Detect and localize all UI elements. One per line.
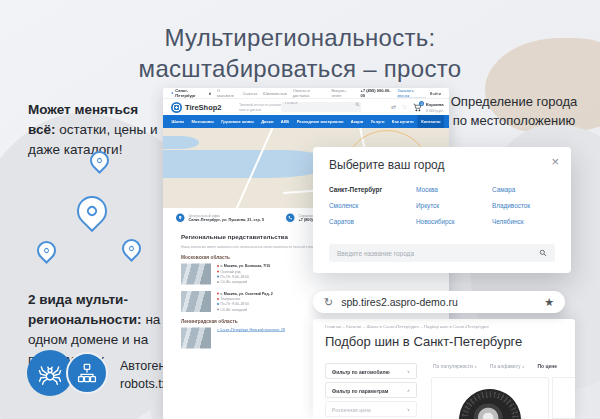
phone-icon	[286, 213, 295, 222]
note-geolocation: Определение города по местоположению	[436, 92, 592, 130]
city-search-input[interactable]	[329, 244, 555, 262]
city-option[interactable]: Смоленск	[329, 202, 416, 209]
note-variants-bold: 2 вида мульти-региональности:	[28, 292, 142, 327]
site-search-input[interactable]: Поиск	[281, 102, 361, 112]
cart-icon[interactable]: 0	[413, 103, 422, 112]
site-tagline: Типовой интернет-магазин шин и дисков	[239, 102, 281, 113]
sort-price[interactable]: По цене	[537, 363, 557, 369]
page-title: Мультирегиональность: масштабироваться –…	[0, 22, 600, 84]
clock-icon	[217, 303, 219, 305]
map-water	[163, 150, 331, 178]
search-icon[interactable]	[539, 249, 547, 257]
nav-item[interactable]: Расходные материалы	[293, 115, 347, 128]
site-logo-text: TireShop2	[185, 103, 222, 112]
note-geolocation-line1: Определение города	[436, 92, 592, 111]
filter-price-section[interactable]: Розничная цена∨	[325, 401, 417, 417]
calendar-icon	[217, 308, 219, 310]
catalog-panel: Главная – Каталог – Шины в Санкт-Петербу…	[313, 319, 575, 419]
cart-sum: 0 000 руб.	[426, 107, 448, 113]
reload-icon[interactable]: ↻	[324, 297, 333, 308]
page-title-line1: Мультирегиональность:	[0, 22, 600, 53]
cart-labels[interactable]: Корзина 0 000 руб.	[426, 102, 448, 114]
city-list: Санкт-Петербург Москва Самара Смоленск И…	[329, 186, 572, 225]
contact-office: Центральный офис Санкт-Петербург, ул. Пу…	[176, 213, 264, 223]
callback-link[interactable]: Заказать звонок	[397, 88, 425, 98]
breadcrumb[interactable]: Главная – Каталог – Шины в Санкт-Петербу…	[325, 324, 555, 331]
site-header: TireShop2 Типовой интернет-магазин шин и…	[163, 99, 449, 115]
cart-label: Корзина	[426, 102, 448, 108]
topbar-link[interactable]: Вопрос-ответ	[331, 89, 355, 98]
compare-icon[interactable]: ⇄	[391, 103, 396, 111]
city-option[interactable]: Иркутск	[416, 202, 492, 209]
sort-alphabet[interactable]: По алфавиту ∧	[490, 363, 525, 369]
filter-by-params-button[interactable]: Фильтр по параметрам∧	[325, 382, 417, 398]
city-option[interactable]: Саратов	[329, 218, 416, 225]
office-address: г. Москва, ул. Большая, 7/10	[217, 264, 270, 269]
city-option[interactable]: Самара	[492, 186, 572, 193]
office-address-link[interactable]: г. Санкт-Петербург, Невский проспект, 28	[217, 328, 285, 333]
note-geolocation-line2: по местоположению	[436, 111, 592, 130]
chevron-down-icon: ∨	[208, 91, 211, 96]
chevron-up-icon: ∧	[474, 365, 477, 369]
nav-item[interactable]: Акции	[347, 115, 367, 128]
sitemap-badge	[66, 352, 108, 394]
office-weekend: Сб–Вс: выходной	[217, 279, 270, 284]
contact-value: Санкт-Петербург, ул. Пушкина, 21, стр. 5	[189, 217, 265, 222]
page-title-line2: масштабироваться – просто	[0, 53, 600, 84]
topbar-link[interactable]: Оплата и доставка	[293, 89, 326, 98]
city-option[interactable]: Москва	[416, 186, 492, 193]
chevron-up-icon: ∧	[522, 365, 525, 369]
sort-bar: По популярности ∧ По алфавиту ∧ По цене	[433, 363, 573, 371]
login-link[interactable]: Войти	[430, 91, 441, 96]
map-water	[163, 136, 199, 149]
sort-popularity[interactable]: По популярности ∧	[433, 363, 477, 369]
office-photo	[181, 291, 211, 312]
slide: Мультирегиональность: масштабироваться –…	[0, 0, 600, 419]
nav-item[interactable]: Диски	[258, 115, 277, 128]
nav-item-active[interactable]: Контакты	[418, 115, 444, 128]
bookmark-star-icon[interactable]: ★	[544, 297, 554, 308]
close-icon[interactable]: ×	[551, 154, 559, 169]
catalog-heading: Подбор шин в Санкт-Петербурге	[325, 334, 522, 349]
chevron-up-icon: ∧	[407, 388, 410, 393]
favorites-icon[interactable]: ♡	[402, 103, 407, 111]
filter-by-car-button[interactable]: Фильтр по автомобилю∨	[325, 363, 417, 379]
topbar-link[interactable]: О магазине	[217, 89, 237, 98]
browser-address-bar[interactable]: ↻ spb.tires2.aspro-demo.ru ★	[313, 291, 565, 313]
chevron-down-icon: ∨	[407, 369, 410, 374]
topbar-link[interactable]: Шиномонтаж	[263, 91, 287, 96]
city-option-selected[interactable]: Санкт-Петербург	[329, 186, 416, 193]
chevron-down-icon: ∨	[407, 407, 410, 412]
nav-item[interactable]: Грузовые шины	[218, 115, 258, 128]
location-pin-icon	[176, 213, 185, 222]
url-text[interactable]: spb.tires2.aspro-demo.ru	[341, 296, 458, 308]
topbar-phone: +7 (495) 000-00-00	[361, 89, 393, 98]
topbar-link[interactable]: Салоны	[243, 91, 258, 96]
site-topbar: Санкт-Петербург ∨ О магазине Салоны Шино…	[163, 88, 449, 99]
city-option[interactable]: Владивосток	[492, 202, 572, 209]
site-tagline-line2: шин и дисков	[239, 107, 281, 112]
city-option[interactable]: Новосибирск	[416, 218, 492, 225]
nav-item[interactable]: Услуги	[367, 115, 388, 128]
sitemap-icon	[76, 362, 98, 384]
office-photo	[181, 264, 211, 285]
nav-item[interactable]: Как купить	[388, 115, 417, 128]
location-pin-icon	[171, 92, 174, 95]
metro-icon	[217, 298, 219, 300]
spider-icon	[37, 360, 63, 386]
nav-item[interactable]: Шины	[168, 115, 188, 128]
office-address: г. Москва, ул. Охотный Ряд, 2	[217, 291, 273, 296]
city-selector-label: Санкт-Петербург	[175, 89, 206, 98]
marker-icon	[217, 265, 219, 267]
city-option[interactable]: Челябинск	[492, 218, 572, 225]
site-search-placeholder: Поиск	[281, 102, 321, 107]
product-card-partial[interactable]	[552, 377, 575, 419]
calendar-icon	[217, 281, 219, 283]
nav-item[interactable]: АКБ	[277, 115, 292, 128]
cart-badge: 0	[419, 101, 424, 106]
metro-icon	[217, 270, 219, 272]
clock-icon	[217, 276, 219, 278]
nav-item[interactable]: Мотошины	[188, 115, 217, 128]
city-selector[interactable]: Санкт-Петербург ∨	[171, 89, 211, 98]
site-logo[interactable]: TireShop2	[171, 102, 222, 113]
